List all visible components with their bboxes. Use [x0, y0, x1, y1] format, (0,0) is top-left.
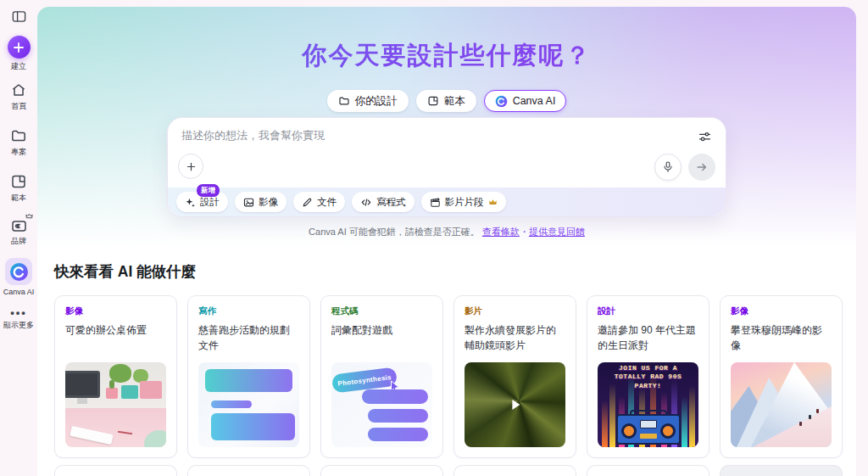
card-category: 寫作 — [198, 305, 299, 317]
card-category: 影像 — [731, 305, 832, 317]
section-title: 快來看看 AI 能做什麼 — [54, 261, 196, 282]
card-image-code-game: Photosynthesis — [331, 362, 432, 447]
card-category: 設計 — [598, 305, 698, 317]
prompt-mode-chips: 新增 設計 影像 文件 — [168, 188, 726, 216]
folder-icon — [338, 95, 350, 107]
canva-ai-icon — [495, 95, 508, 108]
code-icon — [360, 197, 372, 208]
terms-link[interactable]: 查看條款 — [482, 227, 520, 237]
tab-label: Canva AI — [513, 95, 556, 107]
chip-design[interactable]: 新增 設計 — [176, 192, 228, 212]
send-button[interactable] — [688, 154, 715, 181]
sidebar-item-label: 範本 — [11, 193, 26, 204]
templates-icon — [427, 95, 439, 107]
sidebar-item-show-more[interactable]: ••• 顯示更多 — [0, 309, 37, 331]
panel-toggle-icon — [11, 8, 27, 25]
card-title: 詞彙配對遊戲 — [331, 322, 432, 338]
settings-sliders-icon[interactable] — [698, 130, 712, 144]
card-stub[interactable] — [720, 465, 843, 476]
card-word-match-game[interactable]: 程式碼 詞彙配對遊戲 Photosynthesis — [320, 295, 443, 458]
sidebar-item-brand[interactable]: 品牌 — [0, 217, 37, 247]
crown-icon — [25, 213, 33, 219]
canva-ai-icon — [5, 258, 32, 285]
sidebar-item-canva-ai[interactable]: Canva AI — [0, 258, 37, 296]
ai-example-cards: 影像 可愛的辦公桌佈置 寫作 慈善跑步活動的規劃文件 程式碼 詞彙配對遊戲 Ph… — [54, 295, 843, 458]
pen-icon — [302, 197, 313, 208]
next-row-cards — [54, 465, 843, 476]
card-stub[interactable] — [320, 465, 443, 476]
card-sustainability-broll[interactable]: 影片 製作永續發展影片的輔助鏡頭影片 — [453, 295, 576, 458]
new-badge: 新增 — [197, 184, 220, 197]
sidebar-item-label: 專案 — [11, 147, 26, 158]
card-title: 慈善跑步活動的規劃文件 — [198, 322, 299, 353]
brand-kit-icon — [10, 217, 28, 233]
card-title: 製作永續發展影片的輔助鏡頭影片 — [465, 322, 565, 353]
chip-video-clip[interactable]: 影片片段 — [421, 192, 506, 212]
card-90s-party-invite[interactable]: 設計 邀請參加 90 年代主題的生日派對 JOIN US FOR A TOTAL… — [587, 295, 709, 458]
disclaimer-text: Canva AI 可能會犯錯，請檢查是否正確。 — [309, 227, 480, 237]
chip-document[interactable]: 文件 — [293, 192, 345, 212]
chip-code[interactable]: 寫程式 — [352, 192, 415, 212]
prompt-input-area — [168, 118, 726, 188]
microphone-button[interactable] — [654, 154, 682, 181]
sidebar-item-create[interactable]: 建立 — [0, 36, 37, 72]
card-category: 程式碼 — [331, 305, 432, 317]
sidebar-item-label: 顯示更多 — [3, 320, 34, 331]
add-attachment-button[interactable] — [178, 154, 203, 179]
sidebar-item-projects[interactable]: 專案 — [0, 127, 37, 158]
card-charity-run-doc[interactable]: 寫作 慈善跑步活動的規劃文件 — [187, 295, 310, 458]
chip-label: 設計 — [200, 196, 220, 209]
card-stub[interactable] — [453, 465, 576, 476]
party-invite-text: JOIN US FOR A TOTALLY RAD 90S PARTY! — [598, 364, 698, 390]
sparkle-icon — [185, 197, 196, 208]
card-title: 可愛的辦公桌佈置 — [65, 322, 166, 338]
chip-label: 文件 — [317, 196, 337, 209]
crown-icon — [488, 199, 498, 205]
sidebar: 建立 首頁 專案 範本 品牌 Canva AI •• — [0, 0, 37, 476]
sidebar-item-templates[interactable]: 範本 — [0, 173, 37, 204]
sidebar-item-label: 首頁 — [11, 101, 26, 112]
card-image-forest-video — [465, 362, 565, 447]
card-image-party: JOIN US FOR A TOTALLY RAD 90S PARTY! — [598, 362, 698, 447]
tab-templates[interactable]: 範本 — [416, 90, 476, 112]
boombox-illustration — [616, 414, 681, 445]
link-separator: ・ — [520, 227, 529, 237]
card-image-mountain — [731, 362, 832, 447]
main-panel: 你今天要設計些什麼呢？ 你的設計 範本 Canva AI — [37, 7, 856, 476]
image-icon — [243, 197, 254, 208]
card-image-document — [198, 362, 299, 447]
templates-icon — [10, 173, 27, 190]
tab-label: 你的設計 — [355, 94, 398, 109]
card-title: 攀登珠穆朗瑪峰的影像 — [731, 322, 832, 353]
folder-icon — [10, 127, 27, 144]
sidebar-item-label: 品牌 — [11, 236, 26, 247]
card-everest-image[interactable]: 影像 攀登珠穆朗瑪峰的影像 — [720, 295, 843, 458]
tab-canva-ai[interactable]: Canva AI — [484, 90, 567, 112]
card-stub[interactable] — [187, 465, 310, 476]
tab-your-designs[interactable]: 你的設計 — [327, 90, 409, 112]
tab-label: 範本 — [444, 94, 465, 109]
card-stub[interactable] — [54, 465, 177, 476]
chip-label: 影片片段 — [445, 196, 484, 209]
ai-disclaimer: Canva AI 可能會犯錯，請檢查是否正確。 查看條款・提供意見回饋 — [37, 226, 856, 238]
home-icon — [10, 81, 27, 98]
chip-label: 寫程式 — [376, 196, 406, 209]
feedback-link[interactable]: 提供意見回饋 — [529, 227, 585, 237]
chip-image[interactable]: 影像 — [235, 192, 287, 212]
sidebar-item-label: Canva AI — [3, 288, 35, 296]
sidebar-toggle-button[interactable] — [0, 8, 37, 25]
plus-icon — [8, 36, 31, 59]
clapperboard-icon — [430, 197, 441, 208]
card-category: 影片 — [465, 305, 565, 317]
hero-tabs: 你的設計 範本 Canva AI — [37, 90, 856, 112]
play-icon — [512, 400, 520, 410]
chip-label: 影像 — [259, 196, 278, 209]
card-stub[interactable] — [587, 465, 709, 476]
card-title: 邀請參加 90 年代主題的生日派對 — [598, 322, 698, 353]
ai-prompt-box: 新增 設計 影像 文件 — [167, 117, 726, 217]
more-dots-icon: ••• — [10, 309, 27, 317]
prompt-input[interactable] — [181, 128, 546, 162]
sidebar-item-home[interactable]: 首頁 — [0, 81, 37, 112]
card-cute-desk[interactable]: 影像 可愛的辦公桌佈置 — [54, 295, 177, 458]
card-category: 影像 — [65, 305, 166, 317]
